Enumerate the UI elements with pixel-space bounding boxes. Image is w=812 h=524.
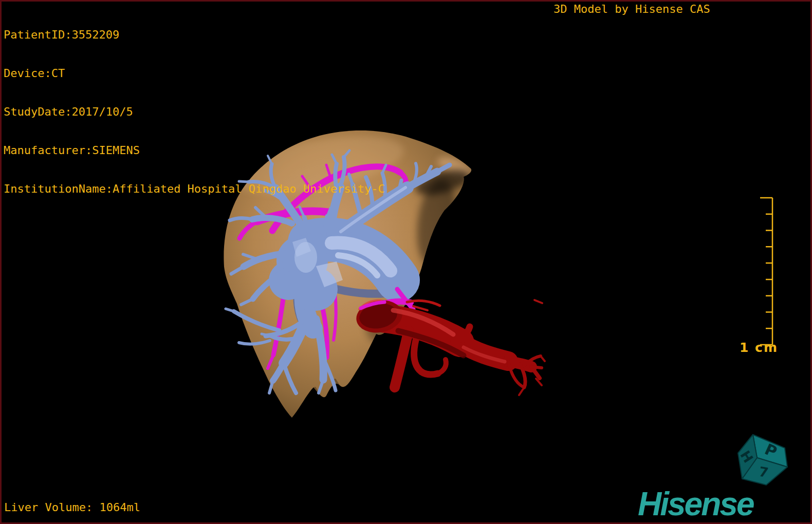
scale-ruler bbox=[760, 198, 772, 345]
study-date-line: StudyDate:2017/10/5 bbox=[4, 105, 385, 118]
hepatic-artery-model bbox=[354, 297, 545, 395]
watermark-title: 3D Model by Hisense CAS bbox=[553, 3, 710, 15]
hisense-logo: Hisense bbox=[638, 485, 753, 523]
patient-id-line: PatientID:3552209 bbox=[4, 28, 385, 41]
institution-line: InstitutionName:Affiliated Hospital Qing… bbox=[4, 182, 385, 195]
manufacturer-line: Manufacturer:SIEMENS bbox=[4, 144, 385, 157]
orientation-cube[interactable]: P H 7 bbox=[737, 435, 787, 485]
device-line: Device:CT bbox=[4, 67, 385, 80]
patient-info-block: PatientID:3552209 Device:CT StudyDate:20… bbox=[4, 3, 385, 221]
ruler-unit-label: 1 cm bbox=[740, 340, 778, 355]
viewer-window: P H 7 PatientID:3552209 Device:CT StudyD… bbox=[0, 0, 812, 524]
liver-volume-readout: Liver Volume: 1064ml bbox=[4, 501, 140, 514]
